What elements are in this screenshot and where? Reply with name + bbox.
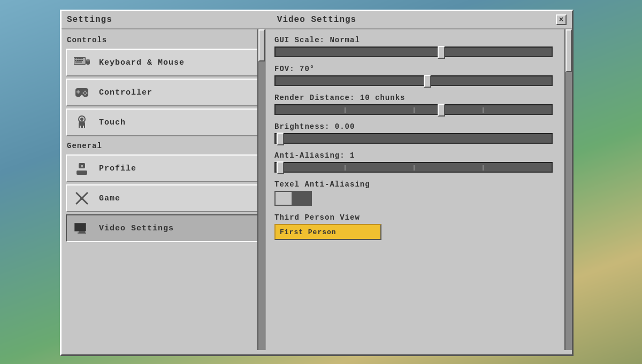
third-person-dropdown[interactable]: First Person <box>274 224 381 240</box>
gui-scale-setting: GUI Scale: Normal <box>274 36 563 57</box>
svg-point-17 <box>86 92 88 94</box>
keyboard-mouse-label: Keyboard & Mouse <box>99 58 185 67</box>
profile-label: Profile <box>99 164 136 173</box>
window-content: Controls <box>62 29 572 350</box>
controls-header: Controls <box>66 34 261 47</box>
third-person-view-setting: Third Person View First Person <box>274 213 563 240</box>
anti-aliasing-slider[interactable] <box>274 162 553 173</box>
video-icon <box>72 219 91 238</box>
svg-rect-29 <box>75 223 86 231</box>
profile-icon <box>72 159 91 178</box>
sidebar-item-keyboard-mouse[interactable]: Keyboard & Mouse <box>66 49 261 76</box>
sidebar-scrollbar-thumb[interactable] <box>258 29 265 61</box>
svg-point-16 <box>85 91 86 92</box>
svg-rect-2 <box>75 58 77 59</box>
fov-setting: FOV: 70° <box>274 65 563 86</box>
texel-toggle[interactable] <box>274 191 312 206</box>
window-title: Settings <box>67 15 112 25</box>
render-distance-label: Render Distance: 10 chunks <box>274 94 563 102</box>
brightness-label: Brightness: 0.00 <box>274 122 563 131</box>
brightness-thumb[interactable] <box>277 133 284 145</box>
toggle-knob <box>276 192 293 205</box>
svg-rect-15 <box>78 90 79 94</box>
svg-point-27 <box>80 197 83 200</box>
svg-point-19 <box>85 94 86 96</box>
svg-point-21 <box>80 118 83 121</box>
controller-label: Controller <box>99 88 152 97</box>
gui-scale-slider[interactable] <box>274 47 553 57</box>
game-label: Game <box>99 194 120 203</box>
svg-rect-6 <box>75 60 77 61</box>
sidebar-item-controller[interactable]: Controller <box>66 79 261 106</box>
touch-label: Touch <box>99 118 126 127</box>
right-scrollbar-thumb[interactable] <box>565 29 572 72</box>
texel-anti-aliasing-label: Texel Anti-Aliasing <box>274 180 563 189</box>
titlebar: Settings Video Settings × <box>62 11 572 29</box>
svg-rect-9 <box>81 60 83 61</box>
sidebar-item-video-settings[interactable]: Video Settings <box>66 214 261 242</box>
content-title: Video Settings <box>277 15 356 25</box>
anti-aliasing-label: Anti-Aliasing: 1 <box>274 151 563 160</box>
render-distance-setting: Render Distance: 10 chunks <box>274 94 563 115</box>
general-header: General <box>66 140 261 152</box>
render-distance-thumb[interactable] <box>438 104 445 117</box>
third-person-view-label: Third Person View <box>274 213 563 222</box>
anti-aliasing-thumb[interactable] <box>277 161 284 174</box>
svg-rect-4 <box>79 58 81 59</box>
svg-rect-30 <box>79 231 85 233</box>
right-panel: GUI Scale: Normal FOV: 70° Render Distan… <box>266 29 572 350</box>
game-icon <box>72 189 91 208</box>
render-distance-slider[interactable] <box>274 104 553 115</box>
texel-toggle-container <box>274 191 563 206</box>
controller-icon <box>72 83 91 102</box>
svg-rect-24 <box>81 165 83 167</box>
svg-rect-31 <box>78 233 86 234</box>
touch-icon <box>72 113 91 132</box>
anti-aliasing-setting: Anti-Aliasing: 1 <box>274 151 563 173</box>
settings-window: Settings Video Settings × Controls <box>60 10 574 356</box>
video-settings-label: Video Settings <box>99 224 174 233</box>
svg-rect-10 <box>75 61 82 63</box>
right-scrollbar[interactable] <box>564 29 572 350</box>
svg-rect-5 <box>81 58 83 59</box>
fov-slider[interactable] <box>274 75 553 86</box>
svg-rect-8 <box>79 60 81 61</box>
texel-anti-aliasing-setting: Texel Anti-Aliasing <box>274 180 563 206</box>
svg-rect-23 <box>77 171 87 175</box>
brightness-setting: Brightness: 0.00 <box>274 122 563 144</box>
svg-rect-3 <box>77 58 79 59</box>
sidebar-item-game[interactable]: Game <box>66 184 261 212</box>
gui-scale-thumb[interactable] <box>438 46 445 59</box>
gui-scale-label: GUI Scale: Normal <box>274 36 563 44</box>
close-button[interactable]: × <box>556 14 567 25</box>
dropdown-label: First Person <box>280 228 337 236</box>
sidebar-scrollbar[interactable] <box>257 29 265 350</box>
sidebar-item-profile[interactable]: Profile <box>66 154 261 182</box>
svg-point-18 <box>83 92 85 94</box>
keyboard-icon <box>72 53 91 72</box>
fov-thumb[interactable] <box>424 75 431 88</box>
svg-rect-7 <box>77 60 79 61</box>
brightness-slider[interactable] <box>274 133 553 144</box>
toggle-off-part <box>293 192 311 205</box>
sidebar-item-touch[interactable]: Touch <box>66 109 261 136</box>
sidebar: Controls <box>62 29 266 350</box>
fov-label: FOV: 70° <box>274 65 563 73</box>
